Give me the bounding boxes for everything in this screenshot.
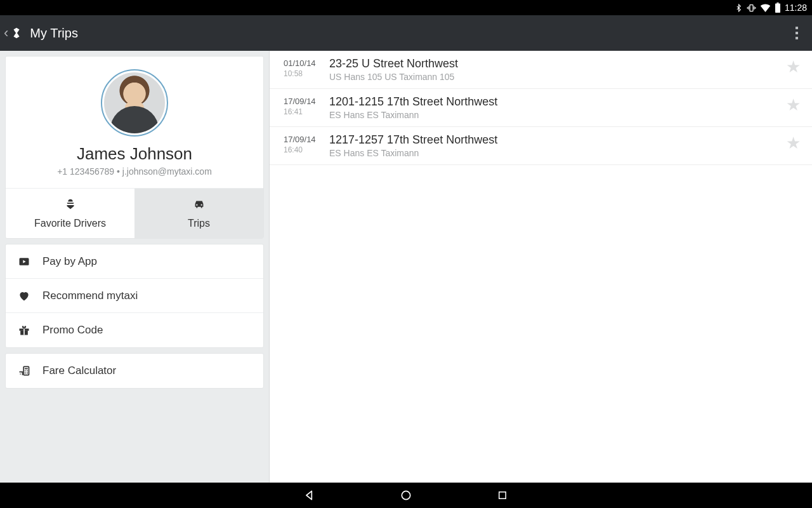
profile-name: James Johnson: [16, 144, 253, 164]
trip-date: 01/10/14: [284, 58, 325, 68]
profile-tabs: Favorite Drivers Trips: [6, 188, 263, 238]
menu-label: Pay by App: [43, 255, 97, 268]
profile-contact: +1 123456789 • j.johnson@mytaxi.com: [16, 166, 253, 177]
vibrate-icon: [747, 3, 756, 13]
trip-item[interactable]: 01/10/14 10:58 23-25 U Street Northwest …: [270, 51, 812, 89]
trip-address: 1201-1215 17th Street Northwest: [329, 95, 780, 109]
nav-home-button[interactable]: [399, 488, 413, 502]
favorite-star-button[interactable]: ★: [780, 95, 801, 115]
app-bar: ‹ My Trips: [0, 15, 812, 51]
menu-label: Fare Calculator: [43, 364, 116, 377]
trip-date: 17/09/14: [284, 135, 325, 144]
trip-date: 17/09/14: [284, 97, 325, 106]
favorite-star-button[interactable]: ★: [780, 133, 801, 153]
calculator-icon: [17, 364, 31, 377]
wifi-icon: [760, 3, 771, 12]
svg-point-9: [402, 491, 410, 499]
profile-card: James Johnson +1 123456789 • j.johnson@m…: [5, 56, 264, 239]
svg-point-8: [20, 373, 21, 375]
trip-item[interactable]: 17/09/14 16:40 1217-1257 17th Street Nor…: [270, 127, 812, 165]
svg-rect-2: [776, 3, 778, 4]
status-time: 11:28: [785, 3, 807, 13]
tab-label: Trips: [188, 218, 210, 229]
trip-address: 1217-1257 17th Street Northwest: [329, 133, 780, 147]
android-status-bar: 11:28: [0, 0, 812, 15]
back-chevron-icon[interactable]: ‹: [4, 25, 8, 41]
menu-item-pay[interactable]: Pay by App: [6, 244, 263, 279]
trip-driver: ES Hans ES Taximann: [329, 110, 780, 120]
gift-icon: [17, 324, 31, 337]
menu-item-recommend[interactable]: Recommend mytaxi: [6, 279, 263, 313]
sidebar: James Johnson +1 123456789 • j.johnson@m…: [0, 51, 270, 483]
trip-time: 10:58: [284, 69, 325, 78]
overflow-menu-button[interactable]: [788, 27, 806, 39]
nav-back-button[interactable]: [303, 488, 317, 502]
menu-item-promo[interactable]: Promo Code: [6, 313, 263, 347]
favorite-star-button[interactable]: ★: [780, 57, 801, 77]
menu-card-main: Pay by App Recommend mytaxi Promo Code: [5, 244, 264, 348]
tab-favorite-drivers[interactable]: Favorite Drivers: [6, 189, 134, 238]
content-area: James Johnson +1 123456789 • j.johnson@m…: [0, 51, 812, 483]
svg-rect-1: [775, 4, 780, 13]
android-nav-bar: [0, 483, 812, 508]
trip-address: 23-25 U Street Northwest: [329, 57, 780, 70]
page-title: My Trips: [30, 26, 78, 41]
car-icon: [192, 197, 207, 214]
battery-icon: [775, 3, 781, 13]
menu-card-calc: Fare Calculator: [5, 353, 264, 389]
svg-rect-7: [23, 366, 29, 375]
menu-item-calculator[interactable]: Fare Calculator: [6, 354, 263, 388]
heart-icon: [17, 290, 31, 302]
menu-label: Promo Code: [43, 324, 103, 337]
trip-time: 16:40: [284, 145, 325, 154]
svg-rect-10: [499, 492, 506, 499]
app-logo-icon: [10, 26, 23, 40]
avatar[interactable]: [101, 69, 168, 137]
menu-label: Recommend mytaxi: [43, 290, 138, 302]
trip-list: 01/10/14 10:58 23-25 U Street Northwest …: [270, 51, 812, 483]
nav-recent-button[interactable]: [495, 488, 509, 502]
arrow-right-box-icon: [17, 255, 31, 268]
svg-rect-6: [23, 329, 25, 335]
tab-label: Favorite Drivers: [34, 218, 106, 229]
svg-rect-0: [750, 4, 753, 11]
tab-trips[interactable]: Trips: [134, 189, 263, 238]
trip-time: 16:41: [284, 107, 325, 116]
trip-item[interactable]: 17/09/14 16:41 1201-1215 17th Street Nor…: [270, 89, 812, 127]
driver-icon: [63, 197, 77, 214]
trip-driver: US Hans 105 US Taximann 105: [329, 72, 780, 82]
trip-driver: ES Hans ES Taximann: [329, 148, 780, 158]
bluetooth-icon: [735, 3, 743, 13]
